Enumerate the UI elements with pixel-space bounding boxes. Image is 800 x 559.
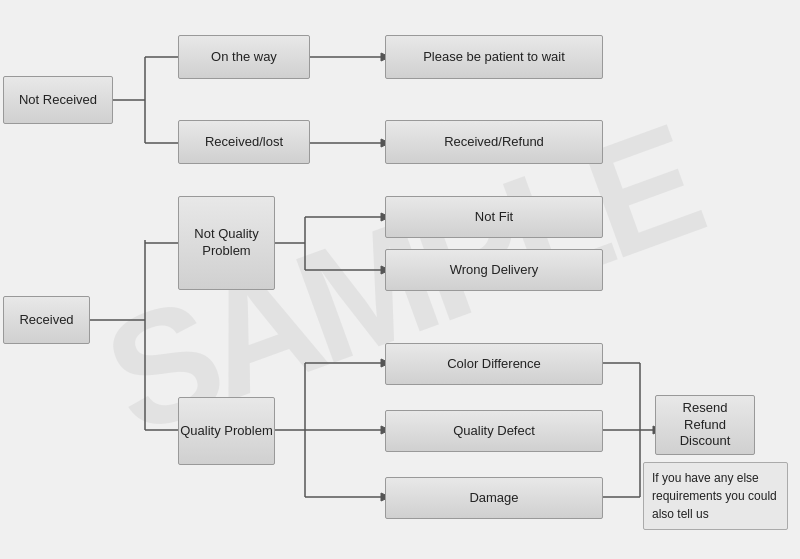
diagram: Not Received On the way Received/lost Pl… xyxy=(0,0,800,559)
not-quality-problem-box: Not Quality Problem xyxy=(178,196,275,290)
please-wait-box: Please be patient to wait xyxy=(385,35,603,79)
on-the-way-box: On the way xyxy=(178,35,310,79)
not-fit-box: Not Fit xyxy=(385,196,603,238)
quality-defect-box: Quality Defect xyxy=(385,410,603,452)
damage-box: Damage xyxy=(385,477,603,519)
resend-refund-box: Resend Refund Discount xyxy=(655,395,755,455)
received-refund-box: Received/Refund xyxy=(385,120,603,164)
received-lost-box: Received/lost xyxy=(178,120,310,164)
color-difference-box: Color Difference xyxy=(385,343,603,385)
received-box: Received xyxy=(3,296,90,344)
quality-problem-box: Quality Problem xyxy=(178,397,275,465)
not-received-box: Not Received xyxy=(3,76,113,124)
note-box: If you have any else requirements you co… xyxy=(643,462,788,530)
wrong-delivery-box: Wrong Delivery xyxy=(385,249,603,291)
